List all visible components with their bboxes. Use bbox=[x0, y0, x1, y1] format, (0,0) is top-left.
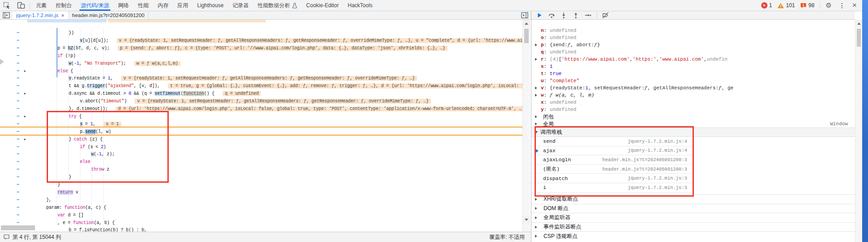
panel-tab-应用[interactable]: 应用 bbox=[173, 0, 193, 11]
code-line[interactable]: –w(-1, z); bbox=[0, 150, 522, 158]
fold-open-icon[interactable]: ▼ bbox=[24, 68, 26, 75]
code-line[interactable]: –throw z bbox=[0, 166, 522, 173]
fold-minus-marker[interactable]: – bbox=[15, 143, 21, 151]
code-line[interactable]: –v.abort("timeout")v = {readyState: 1, s… bbox=[0, 97, 522, 105]
code-line[interactable]: –s = 1,s = 1 bbox=[0, 120, 522, 128]
scope-row-x[interactable]: x: undefined bbox=[531, 99, 855, 106]
sidebar-scrollbar[interactable] bbox=[855, 20, 862, 242]
fold-open-icon[interactable]: ▼ bbox=[24, 113, 26, 121]
panel-tab-控制台[interactable]: 控制台 bbox=[51, 0, 76, 11]
code-line[interactable]: –▼else { bbox=[0, 67, 522, 75]
fold-minus-marker[interactable]: – bbox=[15, 181, 21, 189]
fold-minus-marker[interactable]: – bbox=[15, 29, 21, 37]
fold-minus-marker[interactable]: – bbox=[15, 90, 21, 97]
close-devtools-icon[interactable]: × bbox=[850, 1, 859, 10]
step-out-icon[interactable] bbox=[572, 12, 579, 19]
device-toolbar-icon[interactable] bbox=[14, 2, 28, 9]
code-line[interactable]: –v.readyState = 1,v = {readyState: 1, se… bbox=[0, 75, 522, 82]
deactivate-breakpoints-icon[interactable] bbox=[602, 12, 609, 19]
fold-minus-marker[interactable]: – bbox=[15, 189, 21, 196]
fold-minus-marker[interactable]: – bbox=[15, 173, 21, 181]
scope-row-q[interactable]: q: undefined bbox=[531, 48, 855, 56]
fold-open-icon[interactable]: ▼ bbox=[24, 90, 26, 98]
code-line[interactable]: –▼} catch (z) { bbox=[0, 136, 522, 143]
scope-row-n[interactable]: n: undefined bbox=[531, 27, 855, 34]
fold-minus-marker[interactable]: – bbox=[15, 60, 21, 67]
frame-location[interactable]: jquery-1.7.2.min.js:3 bbox=[628, 176, 687, 181]
code-line[interactable]: –var d = [] bbox=[0, 211, 522, 219]
fold-minus-marker[interactable]: – bbox=[15, 128, 21, 136]
fold-minus-marker[interactable]: – bbox=[15, 120, 21, 128]
panel-tab-元素[interactable]: 元素 bbox=[31, 0, 51, 11]
step-icon[interactable] bbox=[584, 12, 592, 19]
code-line[interactable]: –}) bbox=[0, 29, 522, 37]
fold-minus-marker[interactable]: – bbox=[15, 158, 21, 166]
stack-frame-dispatch[interactable]: dispatchjquery-1.7.2.min.js:3 bbox=[531, 174, 691, 183]
scope-row-u[interactable]: u: "complete" bbox=[531, 77, 855, 84]
fold-minus-marker[interactable]: – bbox=[15, 82, 21, 90]
vertical-scroll-thumb[interactable] bbox=[524, 29, 529, 43]
section-CSP 违规断点[interactable]: CSP 违规断点 bbox=[531, 231, 855, 241]
settings-gear-icon[interactable]: ⚙ bbox=[823, 1, 834, 9]
panel-tab-记录器[interactable]: 记录器 bbox=[228, 0, 253, 11]
code-line[interactable]: –} bbox=[0, 173, 522, 181]
expand-arrow-icon[interactable] bbox=[535, 123, 541, 125]
code-line[interactable]: –▼d.async && d.timeout > 0 && (q = setTi… bbox=[0, 90, 522, 97]
panel-tab-源代码/来源[interactable]: 源代码/来源 bbox=[76, 0, 114, 11]
fold-minus-marker[interactable]: – bbox=[15, 97, 21, 105]
expand-arrow-icon[interactable] bbox=[535, 87, 541, 89]
code-line[interactable]: –▼try { bbox=[0, 113, 522, 120]
code-line[interactable]: –w(-1, "No Transport");w = ƒ w(a,c,l,m) bbox=[0, 60, 522, 67]
code-line[interactable]: –param: function(a, c) { bbox=[0, 204, 522, 211]
fold-minus-marker[interactable]: – bbox=[15, 150, 21, 158]
callstack-section-header[interactable]: 调用堆栈 bbox=[531, 128, 855, 137]
fold-minus-marker[interactable]: – bbox=[15, 166, 21, 173]
scope-row-t[interactable]: t: true bbox=[531, 70, 855, 77]
horizontal-scroll-thumb[interactable] bbox=[1, 225, 35, 230]
scope-group-闭包[interactable]: 闭包 bbox=[531, 113, 855, 120]
stack-frame-ajaxLogin[interactable]: ajaxLoginheader.min.js?t=202405091200:3 bbox=[531, 155, 691, 165]
stack-frame-send[interactable]: sendjquery-1.7.2.min.js:4 bbox=[531, 137, 691, 146]
scope-row-p[interactable]: p: {send: ƒ, abort: ƒ} bbox=[531, 41, 855, 48]
file-tab-jquery-1.7.2.min.js[interactable]: jquery-1.7.2.min.js× bbox=[13, 11, 69, 19]
fold-minus-marker[interactable]: – bbox=[15, 204, 21, 211]
code-line[interactable]: –p.send(l, w) bbox=[0, 128, 522, 136]
code-line[interactable]: –p = bZ(bT, d, c, v);p = {send: ƒ, abort… bbox=[0, 44, 522, 52]
section-事件监听器断点[interactable]: 事件监听器断点 bbox=[531, 222, 855, 232]
panel-tab-内存[interactable]: 内存 bbox=[153, 0, 173, 11]
resume-icon[interactable] bbox=[536, 12, 543, 19]
fold-minus-marker[interactable]: – bbox=[15, 67, 21, 75]
scroll-up-button[interactable] bbox=[523, 20, 530, 27]
fold-minus-marker[interactable]: – bbox=[15, 44, 21, 52]
expand-arrow-icon[interactable] bbox=[535, 94, 541, 97]
panel-tab-网络[interactable]: 网络 bbox=[114, 0, 133, 11]
stack-frame-i[interactable]: ijquery-1.7.2.min.js:3 bbox=[531, 183, 691, 193]
expand-arrow-icon[interactable] bbox=[535, 115, 541, 118]
code-line[interactable]: –else bbox=[0, 158, 522, 166]
issues-badge[interactable]: 98 bbox=[798, 2, 816, 9]
step-over-icon[interactable] bbox=[548, 12, 555, 19]
section-XHR/提取断点[interactable]: XHR/提取断点 bbox=[531, 194, 855, 204]
code-line[interactable]: –}, d.timeout));d = {url: 'https://www.a… bbox=[0, 105, 522, 113]
step-into-icon[interactable] bbox=[560, 12, 567, 19]
hide-debugger-sidebar-icon[interactable] bbox=[518, 11, 531, 19]
code-line[interactable]: –return v bbox=[0, 189, 522, 196]
code-line[interactable]: –t && g.trigger("ajaxSend", [v, d]),t = … bbox=[0, 82, 522, 90]
kebab-menu-icon[interactable]: ⋮ bbox=[836, 2, 848, 9]
editor-horizontal-scrollbar[interactable] bbox=[0, 224, 522, 231]
error-badge[interactable]: × 1 bbox=[759, 2, 774, 9]
panel-tab-性能数据分析[interactable]: 性能数据分析 bbox=[253, 0, 302, 11]
code-line[interactable]: –v[u](d[u]);v = {readyState: 1, setReque… bbox=[0, 37, 522, 44]
close-tab-icon[interactable]: × bbox=[61, 13, 65, 18]
code-line[interactable]: –} bbox=[0, 181, 522, 189]
warning-badge[interactable]: 101 bbox=[776, 2, 797, 9]
scope-row-y[interactable]: y: undefined bbox=[531, 106, 855, 113]
scope-row-r[interactable]: r: (4) ['https://www.aipai.com', 'https:… bbox=[531, 56, 855, 63]
panel-tab-Lighthouse[interactable]: Lighthouse bbox=[193, 0, 228, 11]
sidebar-scroll-thumb[interactable] bbox=[857, 29, 861, 47]
fold-minus-marker[interactable]: – bbox=[15, 52, 21, 60]
scope-row-o[interactable]: o: undefined bbox=[531, 34, 855, 41]
code-line[interactable]: –if (s < 2) bbox=[0, 143, 522, 151]
scope-row-v[interactable]: v: {readyState: 1, setRequestHeader: ƒ, … bbox=[531, 84, 855, 92]
frame-location[interactable]: header.min.js?t=202405091200:3 bbox=[602, 157, 687, 163]
